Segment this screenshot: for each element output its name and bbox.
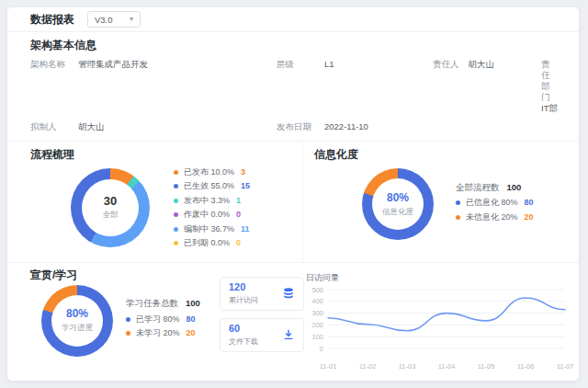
daily-visits-chart-block: 日访问量 010020030040050011-0111-0211-0311-0… bbox=[304, 269, 578, 376]
svg-text:11-05: 11-05 bbox=[478, 362, 495, 371]
section-title-basic-info: 架构基本信息 bbox=[30, 40, 556, 51]
page-title: 数据报表 bbox=[30, 12, 74, 28]
svg-text:11-02: 11-02 bbox=[359, 362, 377, 371]
process-legend: 已发布 10.0%3 已生效 55.0%15 发布中 3.3%1 作废中 0.0… bbox=[174, 163, 250, 253]
learning-total: 学习任务总数100 bbox=[126, 298, 214, 310]
informatization-total: 全部流程数100 bbox=[456, 182, 534, 194]
svg-text:400: 400 bbox=[311, 297, 323, 305]
report-header: 数据报表 V3.0 ▾ bbox=[7, 7, 579, 32]
legend-item: 已发布 10.0%3 bbox=[174, 167, 250, 177]
download-icon bbox=[282, 328, 295, 341]
svg-text:11-03: 11-03 bbox=[399, 362, 416, 371]
informatization-pct-label: 信息化度 bbox=[382, 207, 413, 218]
daily-visits-chart-title: 日访问量 bbox=[306, 272, 578, 284]
dashboard-page: 数据报表 V3.0 ▾ 架构基本信息 架构名称管理集成产品开发 层级L1 责任人… bbox=[0, 7, 588, 381]
legend-item: 未信息化 20%20 bbox=[456, 212, 534, 223]
info-field-drafter: 拟制人胡大山 bbox=[30, 121, 277, 132]
section-title-informatization: 信息化度 bbox=[314, 149, 579, 161]
info-grid: 架构名称管理集成产品开发 层级L1 责任人胡大山 责任部门IT部 拟制人胡大山 … bbox=[30, 59, 556, 132]
informatization-legend: 已信息化 80%80 未信息化 20%20 bbox=[456, 198, 534, 223]
process-total-value: 30 bbox=[104, 194, 117, 208]
total-visits-value: 120 bbox=[229, 281, 258, 293]
section-process-sorting: 流程梳理 30 全部 已发布 10.0%3 已生效 55.0%15 发布中 3.… bbox=[7, 142, 303, 262]
informatization-donut-chart: 80% 信息化度 bbox=[362, 168, 434, 240]
legend-item: 未学习 20%20 bbox=[126, 328, 214, 338]
legend-item: 已信息化 80%80 bbox=[456, 198, 534, 208]
legend-item: 已生效 55.0%15 bbox=[174, 181, 250, 191]
learning-pct-label: 学习进度 bbox=[62, 323, 93, 334]
database-icon bbox=[282, 287, 295, 300]
version-select[interactable]: V3.0 ▾ bbox=[87, 11, 141, 28]
info-field-release-date: 发布日期2022-11-10 bbox=[277, 121, 433, 132]
section-learning: 宣贯/学习 80% 学习进度 学习任务总数100 已学习 80%80 未学习 2… bbox=[7, 263, 579, 382]
total-visits-label: 累计访问 bbox=[229, 295, 258, 305]
charts-row: 流程梳理 30 全部 已发布 10.0%3 已生效 55.0%15 发布中 3.… bbox=[7, 142, 579, 263]
file-downloads-label: 文件下载 bbox=[229, 337, 258, 347]
learning-donut-chart: 80% 学习进度 bbox=[41, 285, 113, 357]
learning-legend: 已学习 80%80 未学习 20%20 bbox=[126, 314, 214, 339]
info-field-dept: 责任部门IT部 bbox=[541, 59, 560, 114]
legend-item: 发布中 3.3%1 bbox=[174, 196, 250, 206]
svg-text:100: 100 bbox=[311, 332, 323, 340]
svg-text:11-04: 11-04 bbox=[438, 362, 456, 371]
section-title-process-sorting: 流程梳理 bbox=[30, 149, 302, 161]
svg-text:200: 200 bbox=[311, 321, 323, 329]
informatization-pct-value: 80% bbox=[387, 191, 409, 205]
info-field-owner: 责任人胡大山 bbox=[433, 59, 541, 114]
report-panel: 数据报表 V3.0 ▾ 架构基本信息 架构名称管理集成产品开发 层级L1 责任人… bbox=[7, 7, 579, 381]
svg-text:11-06: 11-06 bbox=[517, 362, 535, 371]
legend-item: 作废中 0.0%0 bbox=[174, 210, 250, 220]
chevron-down-icon: ▾ bbox=[130, 16, 133, 23]
svg-text:300: 300 bbox=[311, 309, 323, 317]
svg-text:11-01: 11-01 bbox=[320, 362, 337, 371]
legend-item: 已到期 0.0%0 bbox=[174, 238, 250, 248]
learning-pct-value: 80% bbox=[66, 307, 88, 321]
stat-card-file-downloads: 60 文件下载 bbox=[220, 318, 304, 352]
section-basic-info: 架构基本信息 架构名称管理集成产品开发 层级L1 责任人胡大山 责任部门IT部 … bbox=[7, 32, 579, 142]
svg-text:0: 0 bbox=[320, 344, 323, 352]
process-donut-chart: 30 全部 bbox=[71, 168, 150, 247]
process-total-label: 全部 bbox=[103, 210, 119, 221]
svg-text:11-07: 11-07 bbox=[557, 362, 574, 371]
stat-card-total-visits: 120 累计访问 bbox=[220, 277, 304, 311]
info-field-level: 层级L1 bbox=[277, 59, 433, 114]
svg-text:500: 500 bbox=[311, 285, 323, 293]
section-title-learning: 宣贯/学习 bbox=[30, 269, 214, 281]
info-field-arch-name: 架构名称管理集成产品开发 bbox=[30, 59, 277, 114]
version-select-value: V3.0 bbox=[95, 15, 113, 25]
section-informatization: 信息化度 80% 信息化度 全部流程数100 已信息化 80%80 未信息化 2… bbox=[303, 142, 579, 262]
daily-visits-chart: 010020030040050011-0111-0211-0311-0411-0… bbox=[304, 284, 578, 376]
legend-item: 编制中 36.7%11 bbox=[174, 224, 250, 234]
file-downloads-value: 60 bbox=[229, 323, 258, 335]
legend-item: 已学习 80%80 bbox=[126, 314, 214, 325]
